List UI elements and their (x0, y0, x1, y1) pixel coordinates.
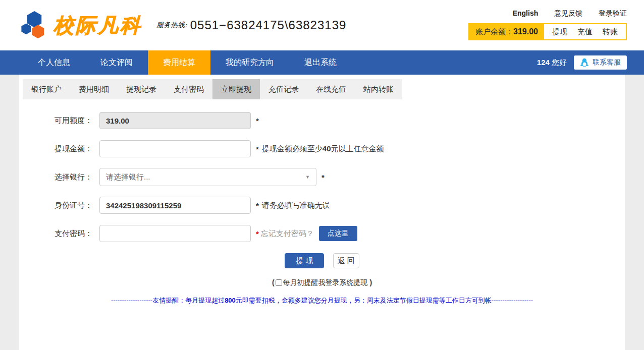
id-number-label: 身份证号： (19, 201, 92, 210)
feedback-link[interactable]: 意见反馈 (554, 9, 582, 17)
withdraw-amount-hint: 提现金额必须至少40元以上任意金额 (262, 144, 384, 154)
contact-service-label: 联系客服 (593, 58, 621, 67)
service-hotline: 服务热线: 0551−63824175\63823139 (156, 18, 346, 32)
main-nav: 个人信息 论文评阅 费用结算 我的研究方向 退出系统 124 您好 联系客服 (0, 50, 644, 75)
required-mark: * (256, 145, 259, 153)
withdraw-link[interactable]: 提现 (547, 27, 572, 37)
contact-service-button[interactable]: 联系客服 (574, 55, 627, 70)
required-mark: * (256, 201, 259, 210)
tab-fee-details[interactable]: 费用明细 (70, 79, 118, 99)
friendly-notice: -------------------友情提醒：每月提现超过800元即需要扣税，… (19, 296, 625, 305)
settlement-tabbar: 银行账户 费用明细 提现记录 支付密码 立即提现 充值记录 在线充值 站内转账 (23, 79, 402, 99)
form-actions: 提 现 返 回 (19, 253, 625, 268)
monthly-reminder-row: (每月初提醒我登录系统提现 ) (19, 278, 625, 287)
greeting-text: 您好 (552, 58, 567, 67)
required-mark: * (256, 116, 259, 125)
hotline-number: 0551−63824175\63823139 (190, 18, 347, 32)
forgot-password-button[interactable]: 点这里 (319, 226, 357, 241)
content-area: 银行账户 费用明细 提现记录 支付密码 立即提现 充值记录 在线充值 站内转账 … (0, 75, 644, 350)
id-number-input[interactable] (99, 197, 251, 214)
header: 校际凡科 服务热线: 0551−63824175\63823139 Englis… (0, 0, 644, 50)
language-link[interactable]: English (513, 9, 539, 17)
logo-text: 校际凡科 (53, 12, 142, 39)
withdraw-form: 可用额度： * 提现金额： * 提现金额必须至少40元以上任意金额 选择银行： … (19, 112, 625, 305)
available-amount-label: 可用额度： (19, 116, 92, 126)
tab-withdraw-records[interactable]: 提现记录 (118, 79, 165, 99)
qq-penguin-icon (580, 58, 589, 67)
tab-site-transfer[interactable]: 站内转账 (355, 79, 402, 99)
monthly-reminder-label: 每月初提醒我登录系统提现 (283, 278, 368, 286)
user-number: 124 (537, 58, 550, 67)
chevron-down-icon: ▼ (305, 174, 310, 180)
available-amount-row: 可用额度： * (19, 112, 625, 129)
nav-item-fee-settlement[interactable]: 费用结算 (148, 50, 210, 75)
transfer-link[interactable]: 转账 (598, 27, 623, 37)
tab-online-recharge[interactable]: 在线充值 (307, 79, 355, 99)
tab-withdraw-now[interactable]: 立即提现 (212, 79, 260, 99)
id-number-row: 身份证号： * 请务必填写准确无误 (19, 197, 625, 214)
required-mark: * (256, 229, 259, 238)
tab-recharge-records[interactable]: 充值记录 (260, 79, 307, 99)
payment-password-input[interactable] (99, 225, 251, 242)
withdraw-amount-row: 提现金额： * 提现金额必须至少40元以上任意金额 (19, 140, 625, 157)
bank-select[interactable]: 请选择银行... ▼ (99, 168, 316, 186)
nav-item-personal-info[interactable]: 个人信息 (23, 50, 85, 75)
balance-value: 319.00 (513, 27, 538, 36)
balance-label: 账户余额： (475, 27, 513, 37)
logo-hexagons-icon (20, 10, 49, 41)
paren-close: ) (369, 278, 372, 286)
recharge-link[interactable]: 充值 (572, 27, 598, 37)
bank-select-row: 选择银行： 请选择银行... ▼ * (19, 168, 625, 186)
withdraw-amount-input[interactable] (99, 140, 251, 157)
nav-item-paper-review[interactable]: 论文评阅 (85, 50, 148, 75)
paren-open: ( (272, 278, 275, 286)
id-number-hint: 请务必填写准确无误 (262, 201, 330, 210)
login-verify-link[interactable]: 登录验证 (599, 9, 627, 17)
available-amount-input (99, 112, 251, 129)
monthly-reminder-checkbox[interactable] (276, 279, 282, 286)
required-mark: * (321, 173, 325, 182)
user-greeting: 124 您好 (537, 58, 567, 68)
nav-item-logout[interactable]: 退出系统 (289, 50, 352, 75)
bank-select-placeholder: 请选择银行... (106, 172, 150, 182)
back-button[interactable]: 返 回 (333, 253, 359, 268)
logo[interactable]: 校际凡科 (20, 10, 142, 41)
payment-password-label: 支付密码： (19, 229, 92, 239)
content-panel: 银行账户 费用明细 提现记录 支付密码 立即提现 充值记录 在线充值 站内转账 … (19, 75, 625, 350)
account-balance: 账户余额：319.00 (469, 24, 544, 39)
withdraw-amount-label: 提现金额： (19, 144, 92, 154)
nav-item-research-direction[interactable]: 我的研究方向 (210, 50, 289, 75)
forgot-password-text: 忘记支付密码？ (261, 229, 314, 239)
tab-payment-password[interactable]: 支付密码 (165, 79, 212, 99)
bank-select-label: 选择银行： (19, 172, 92, 182)
account-balance-box: 账户余额：319.00 提现 充值 转账 (468, 23, 627, 40)
payment-password-row: 支付密码： * 忘记支付密码？ 点这里 (19, 225, 625, 242)
tab-bank-account[interactable]: 银行账户 (23, 79, 70, 99)
hotline-label: 服务热线: (156, 21, 187, 30)
top-links: English 意见反馈 登录验证 (468, 9, 627, 18)
withdraw-submit-button[interactable]: 提 现 (285, 253, 324, 268)
